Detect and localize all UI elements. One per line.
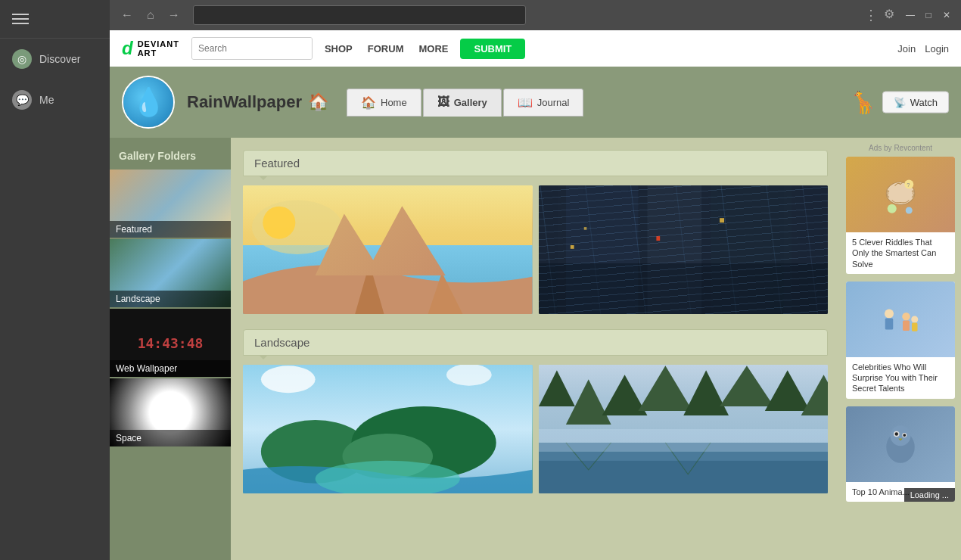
watch-button[interactable]: 📡 Watch: [882, 92, 949, 114]
shop-link[interactable]: SHOP: [325, 43, 353, 54]
loading-bar: Loading ...: [904, 488, 955, 502]
svg-point-34: [888, 204, 897, 213]
search-bar: 🔍: [191, 37, 313, 60]
svg-rect-41: [912, 322, 918, 331]
hamburger-icon[interactable]: [12, 14, 98, 24]
close-button[interactable]: ✕: [940, 8, 953, 22]
ad-card-animals[interactable]: Top 10 Anima... Loading ...: [846, 406, 955, 502]
svg-text:?: ?: [907, 182, 910, 188]
forward-button[interactable]: →: [164, 7, 184, 23]
svg-line-14: [801, 185, 819, 314]
da-nav: d DEVIANT ART 🔍 SHOP FORUM MORE SUBMIT J…: [110, 30, 961, 67]
folder-space-label: Space: [110, 430, 231, 446]
login-link[interactable]: Login: [925, 43, 949, 54]
section-landscape: Landscape: [243, 329, 828, 356]
back-button[interactable]: ←: [117, 7, 137, 23]
svg-line-10: [629, 185, 647, 314]
tab-journal[interactable]: 📖 Journal: [503, 89, 584, 117]
folder-featured[interactable]: Featured: [110, 170, 231, 238]
svg-point-3: [263, 207, 295, 239]
home-icon: 🏠: [308, 92, 328, 112]
thumb-rain[interactable]: [539, 185, 829, 314]
svg-point-43: [891, 425, 911, 446]
nav-auth: Join Login: [897, 43, 949, 54]
svg-line-9: [583, 185, 602, 314]
hamburger-menu[interactable]: [0, 0, 110, 39]
ad-celebrities-title: Celebrities Who Will Surprise You with T…: [846, 357, 955, 399]
join-link[interactable]: Join: [897, 43, 916, 54]
svg-line-12: [720, 185, 738, 314]
ad-panel: Ads by Revcontent ? 5 Clever: [840, 138, 961, 560]
compass-icon: ◎: [12, 49, 32, 69]
folder-panel: Gallery Folders Featured Landscape 14:43…: [110, 138, 231, 560]
ads-label: Ads by Revcontent: [846, 144, 955, 152]
ad-celebrity-image: [846, 282, 955, 357]
main-area: ← ⌂ → ⋮ ⚙ — □ ✕ d DEVIANT ART 🔍: [110, 0, 961, 560]
folder-landscape-label: Landscape: [110, 291, 231, 307]
svg-point-25: [261, 366, 316, 393]
profile-header: 💧 RainWallpaper 🏠 🏠 Home 🖼 Gallery 📖 Jou…: [110, 67, 961, 138]
ad-brain-image: ?: [846, 157, 955, 232]
browser-right: ⋮ ⚙: [864, 7, 894, 23]
gallery-area: Gallery Folders Featured Landscape 14:43…: [110, 138, 961, 560]
ad-card-riddles[interactable]: ? 5 Clever Riddles That Only the Smartes…: [846, 157, 955, 274]
folder-landscape[interactable]: Landscape: [110, 239, 231, 307]
window-controls: — □ ✕: [903, 8, 953, 22]
settings2-icon[interactable]: ⚙: [884, 7, 894, 23]
svg-rect-37: [885, 318, 894, 329]
sidebar: ◎ Discover 💬 Me: [0, 0, 110, 560]
nav-links: SHOP FORUM MORE: [325, 43, 449, 54]
svg-rect-29: [539, 461, 829, 493]
folder-space[interactable]: Space: [110, 378, 231, 446]
svg-line-13: [764, 185, 782, 314]
svg-point-35: [906, 207, 913, 214]
svg-rect-17: [583, 227, 586, 230]
sidebar-label-discover: Discover: [39, 53, 80, 65]
maximize-button[interactable]: □: [922, 8, 935, 22]
svg-point-47: [903, 434, 906, 437]
da-logo-text: DEVIANT ART: [138, 39, 179, 58]
url-bar[interactable]: [193, 5, 527, 25]
profile-name: RainWallpaper 🏠: [187, 92, 328, 112]
watch-button-area: 🦒 📡 Watch: [850, 90, 949, 115]
thumb-forest[interactable]: [539, 365, 829, 493]
svg-rect-6: [647, 185, 701, 314]
browser-controls: ← ⌂ →: [117, 7, 184, 23]
ad-card-celebrities[interactable]: Celebrities Who Will Surprise You with T…: [846, 282, 955, 399]
giraffe-icon: 🦒: [850, 90, 876, 115]
sidebar-item-me[interactable]: 💬 Me: [0, 79, 110, 120]
thumb-tropical[interactable]: [243, 365, 533, 493]
folder-featured-label: Featured: [110, 221, 231, 238]
avatar: 💧: [122, 76, 175, 129]
featured-grid: [243, 185, 828, 314]
svg-point-36: [885, 309, 894, 318]
svg-line-8: [539, 185, 557, 314]
svg-point-40: [911, 316, 918, 322]
da-logo[interactable]: d DEVIANT ART: [122, 39, 179, 58]
home-tab-icon: 🏠: [361, 95, 376, 110]
search-input[interactable]: [192, 38, 313, 59]
svg-point-45: [895, 432, 899, 436]
svg-rect-19: [720, 218, 724, 222]
journal-tab-icon: 📖: [518, 95, 533, 110]
sidebar-label-me: Me: [39, 94, 54, 106]
thumb-beach[interactable]: [243, 185, 533, 314]
section-featured: Featured: [243, 150, 828, 176]
more-link[interactable]: MORE: [418, 43, 448, 54]
svg-line-11: [674, 185, 692, 314]
sidebar-item-discover[interactable]: ◎ Discover: [0, 39, 110, 79]
settings-icon[interactable]: ⋮: [864, 7, 878, 23]
tab-home[interactable]: 🏠 Home: [347, 89, 421, 117]
folder-web-wallpaper[interactable]: 14:43:48 Web Wallpaper: [110, 309, 231, 377]
tab-gallery[interactable]: 🖼 Gallery: [423, 89, 502, 117]
home-button[interactable]: ⌂: [143, 7, 158, 23]
forum-link[interactable]: FORUM: [368, 43, 404, 54]
folder-web-label: Web Wallpaper: [110, 360, 231, 377]
submit-button[interactable]: SUBMIT: [460, 39, 525, 59]
svg-rect-18: [656, 236, 660, 241]
minimize-button[interactable]: —: [903, 8, 917, 22]
ad-parrot-image: [846, 406, 955, 482]
gallery-main: Featured: [231, 138, 840, 560]
folder-panel-title: Gallery Folders: [110, 145, 231, 170]
gallery-tab-icon: 🖼: [437, 95, 449, 109]
